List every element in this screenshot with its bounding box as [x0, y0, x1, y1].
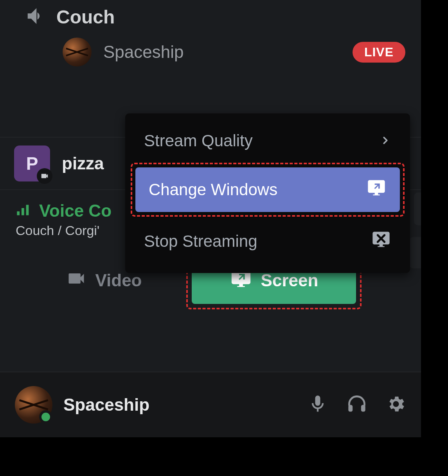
voice-member-name: Spaceship — [103, 42, 184, 62]
screen-share-icon — [366, 178, 387, 202]
online-status-dot — [39, 410, 52, 424]
streaming-app-label: pizza — [62, 154, 104, 173]
menu-item-change-windows[interactable]: Change Windows — [135, 167, 400, 212]
svg-rect-3 — [348, 405, 353, 411]
menu-item-label: Stop Streaming — [144, 232, 257, 251]
deafen-button[interactable] — [347, 394, 367, 416]
menu-item-stop-streaming[interactable]: Stop Streaming — [131, 219, 405, 264]
annotation-highlight: Change Windows — [131, 163, 405, 217]
svg-rect-2 — [26, 205, 29, 216]
svg-rect-4 — [361, 405, 365, 411]
video-button-label: Video — [95, 271, 142, 290]
app-icon-initial: P — [26, 153, 38, 174]
chevron-right-icon — [380, 131, 391, 150]
voice-sidebar: Couch Spaceship LIVE P pizza Voice Co Co… — [0, 0, 421, 437]
signal-icon — [16, 202, 31, 219]
edge-shape — [409, 237, 421, 268]
video-camera-icon — [66, 268, 86, 293]
stream-context-menu: Stream Quality Change Windows Stop Strea… — [125, 113, 410, 273]
mute-button[interactable] — [308, 394, 328, 416]
screen-button-label: Screen — [261, 271, 318, 290]
avatar[interactable] — [15, 386, 52, 424]
avatar — [63, 38, 92, 66]
user-panel: Spaceship — [0, 372, 421, 437]
edge-shape — [414, 192, 421, 225]
user-panel-controls — [308, 394, 406, 416]
svg-rect-0 — [17, 211, 20, 215]
voice-status-text: Voice Co — [39, 201, 112, 221]
video-camera-icon — [37, 168, 52, 184]
app-icon: P — [14, 145, 50, 181]
live-badge: LIVE — [353, 42, 405, 63]
speaker-icon — [25, 5, 46, 28]
voice-member-row[interactable]: Spaceship LIVE — [0, 34, 421, 70]
voice-channel-name: Couch — [56, 6, 115, 28]
user-name: Spaceship — [63, 395, 149, 415]
settings-button[interactable] — [386, 394, 406, 416]
menu-item-label: Change Windows — [149, 180, 277, 199]
menu-item-label: Stream Quality — [144, 131, 253, 150]
svg-rect-1 — [22, 208, 24, 215]
menu-item-stream-quality[interactable]: Stream Quality — [131, 121, 405, 160]
stop-screen-icon — [371, 229, 391, 253]
voice-channel-row[interactable]: Couch — [0, 0, 421, 34]
